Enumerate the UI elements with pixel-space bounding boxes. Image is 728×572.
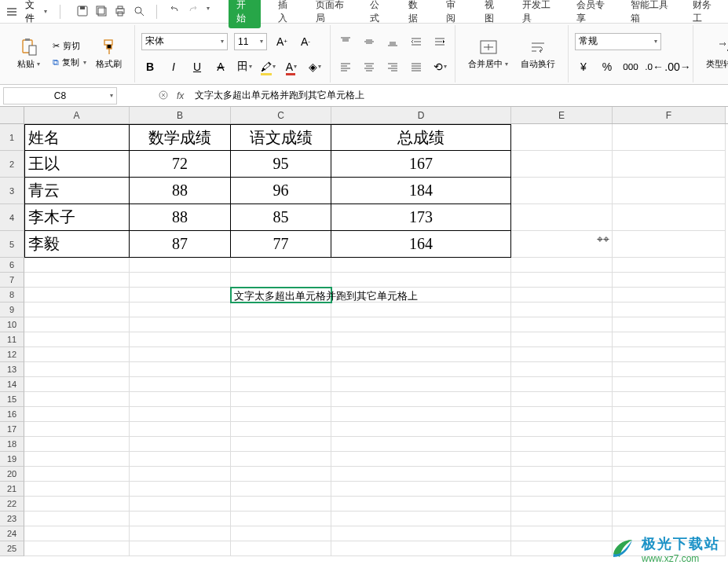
- cell-A14[interactable]: [24, 377, 130, 392]
- cell-B17[interactable]: [130, 422, 231, 437]
- cell-D5[interactable]: 164: [331, 231, 511, 258]
- orientation-button[interactable]: ⟲▾: [431, 58, 448, 75]
- row-header-1[interactable]: 1: [0, 124, 24, 151]
- cell-A15[interactable]: [24, 392, 130, 407]
- format-painter-button[interactable]: 格式刷: [90, 38, 128, 70]
- cell-E15[interactable]: [511, 392, 613, 407]
- print-preview-icon[interactable]: [133, 5, 145, 17]
- cell-C25[interactable]: [231, 541, 331, 556]
- cell-F8[interactable]: [613, 288, 726, 302]
- row-header-12[interactable]: 12: [0, 347, 24, 362]
- align-right-button[interactable]: [384, 58, 401, 75]
- cell-B20[interactable]: [130, 467, 231, 482]
- cell-F13[interactable]: [613, 362, 726, 377]
- column-header-C[interactable]: C: [231, 107, 331, 123]
- cell-C12[interactable]: [231, 347, 331, 362]
- cell-A8[interactable]: [24, 288, 130, 302]
- align-top-button[interactable]: [337, 33, 354, 50]
- undo-icon[interactable]: [168, 5, 181, 17]
- cell-A24[interactable]: [24, 526, 130, 541]
- cell-E21[interactable]: [511, 482, 613, 497]
- paste-button[interactable]: 粘贴▾: [11, 38, 46, 70]
- cell-E6[interactable]: [511, 258, 613, 273]
- cell-C6[interactable]: [231, 258, 331, 273]
- name-box[interactable]: C8 ▾: [3, 87, 117, 104]
- cell-B16[interactable]: [130, 407, 231, 422]
- save-icon[interactable]: [76, 5, 89, 17]
- cell-E23[interactable]: [511, 512, 613, 526]
- merge-cells-button[interactable]: 合并居中▾: [462, 38, 514, 70]
- cell-E14[interactable]: [511, 377, 613, 392]
- tab-9[interactable]: 智能工具箱: [626, 0, 675, 28]
- cell-D15[interactable]: [331, 392, 511, 407]
- increase-font-button[interactable]: A+: [273, 33, 291, 50]
- cell-C2[interactable]: 95: [231, 151, 331, 178]
- tab-10[interactable]: 财务工: [688, 0, 722, 28]
- cell-C8[interactable]: 文字太多超出单元格并跑到其它单元格上: [231, 288, 331, 302]
- clear-format-button[interactable]: ◈▾: [306, 58, 324, 75]
- cell-B24[interactable]: [130, 526, 231, 541]
- cell-F23[interactable]: [613, 512, 726, 526]
- cell-A2[interactable]: 王以: [24, 151, 130, 178]
- cell-B3[interactable]: 88: [130, 178, 231, 204]
- row-header-22[interactable]: 22: [0, 497, 24, 512]
- increase-decimal-button[interactable]: .0←: [646, 58, 663, 75]
- cell-B19[interactable]: [130, 452, 231, 467]
- tab-5[interactable]: 审阅: [441, 0, 466, 28]
- tab-0[interactable]: 开始: [229, 0, 260, 28]
- cell-A1[interactable]: 姓名: [24, 124, 130, 151]
- column-header-F[interactable]: F: [613, 107, 726, 123]
- row-header-4[interactable]: 4: [0, 204, 24, 231]
- cell-B25[interactable]: [130, 541, 231, 556]
- cell-C10[interactable]: [231, 317, 331, 332]
- cell-A21[interactable]: [24, 482, 130, 497]
- row-header-14[interactable]: 14: [0, 377, 24, 392]
- strikethrough-button[interactable]: A: [212, 58, 229, 75]
- cell-A20[interactable]: [24, 467, 130, 482]
- cell-D21[interactable]: [331, 482, 511, 497]
- cell-D12[interactable]: [331, 347, 511, 362]
- tab-2[interactable]: 页面布局: [311, 0, 353, 28]
- align-middle-button[interactable]: [360, 33, 378, 50]
- cell-D18[interactable]: [331, 437, 511, 452]
- cell-E8[interactable]: [511, 288, 613, 302]
- bold-button[interactable]: B: [141, 58, 159, 75]
- cell-D17[interactable]: [331, 422, 511, 437]
- row-header-10[interactable]: 10: [0, 317, 24, 332]
- cell-F17[interactable]: [613, 422, 726, 437]
- tab-6[interactable]: 视图: [480, 0, 505, 28]
- cell-E18[interactable]: [511, 437, 613, 452]
- cell-A16[interactable]: [24, 407, 130, 422]
- cell-C19[interactable]: [231, 452, 331, 467]
- cell-C18[interactable]: [231, 437, 331, 452]
- cell-C9[interactable]: [231, 302, 331, 317]
- cell-A19[interactable]: [24, 452, 130, 467]
- row-header-15[interactable]: 15: [0, 392, 24, 407]
- column-header-B[interactable]: B: [130, 107, 231, 123]
- cell-B2[interactable]: 72: [130, 151, 231, 178]
- fill-color-button[interactable]: 🖍▾: [259, 58, 276, 75]
- cell-C7[interactable]: [231, 273, 331, 288]
- cell-E16[interactable]: [511, 407, 613, 422]
- print-icon[interactable]: [114, 5, 126, 17]
- tab-1[interactable]: 插入: [273, 0, 298, 28]
- cell-C1[interactable]: 语文成绩: [231, 124, 331, 151]
- cell-D25[interactable]: [331, 541, 511, 556]
- cell-D10[interactable]: [331, 317, 511, 332]
- type-conversion-button[interactable]: 类型转换▾: [700, 38, 728, 70]
- cell-F4[interactable]: [613, 204, 726, 231]
- cell-A23[interactable]: [24, 512, 130, 526]
- cell-E12[interactable]: [511, 347, 613, 362]
- percent-button[interactable]: %: [598, 58, 616, 75]
- underline-button[interactable]: U: [188, 58, 206, 75]
- fx-icon[interactable]: fx: [177, 90, 184, 101]
- cell-B15[interactable]: [130, 392, 231, 407]
- cell-F18[interactable]: [613, 437, 726, 452]
- row-header-13[interactable]: 13: [0, 362, 24, 377]
- cell-D19[interactable]: [331, 452, 511, 467]
- cell-B12[interactable]: [130, 347, 231, 362]
- tab-7[interactable]: 开发工具: [518, 0, 559, 28]
- redo-icon[interactable]: [187, 5, 199, 17]
- cell-D16[interactable]: [331, 407, 511, 422]
- align-center-button[interactable]: [360, 58, 378, 75]
